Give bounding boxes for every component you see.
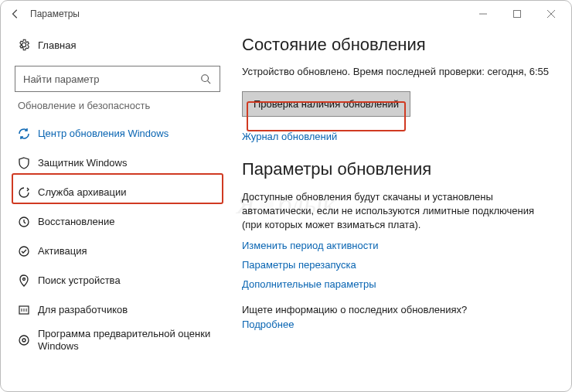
advanced-options-link[interactable]: Дополнительные параметры [242, 278, 553, 290]
active-hours-link[interactable]: Изменить период активности [242, 240, 553, 251]
restart-options-link[interactable]: Параметры перезапуска [242, 259, 553, 271]
insider-icon [18, 334, 30, 346]
maximize-button[interactable] [500, 2, 534, 26]
window-title: Параметры [30, 9, 466, 19]
sidebar-item-label: Защитник Windows [38, 157, 127, 169]
shield-icon [18, 157, 30, 169]
developer-icon [18, 304, 30, 316]
svg-point-4 [202, 75, 209, 82]
sidebar-item-find-device[interactable]: Поиск устройства [13, 266, 222, 295]
activation-icon [18, 245, 30, 257]
check-updates-button[interactable]: Проверка наличия обновлений [242, 91, 410, 117]
close-icon [547, 10, 555, 18]
home-nav[interactable]: Главная [13, 32, 222, 58]
sidebar-group-title: Обновление и безопасность [18, 100, 222, 111]
home-label: Главная [38, 39, 76, 51]
sync-icon [18, 128, 30, 140]
sidebar-item-label: Для разработчиков [38, 304, 128, 316]
gear-icon [18, 39, 30, 51]
update-history-link[interactable]: Журнал обновлений [242, 131, 553, 142]
back-button[interactable] [4, 2, 27, 26]
sidebar-item-backup[interactable]: Служба архивации [13, 178, 222, 207]
sidebar-list: Центр обновления Windows Защитник Window… [13, 119, 222, 356]
sidebar-item-windows-update[interactable]: Центр обновления Windows [13, 119, 222, 148]
window-controls [466, 2, 568, 26]
svg-point-14 [22, 339, 26, 342]
minimize-button[interactable] [466, 2, 500, 26]
svg-line-5 [208, 81, 211, 84]
sidebar-item-insider[interactable]: Программа предварительной оценки Windows [13, 325, 222, 356]
sidebar-item-label: Активация [38, 245, 87, 257]
svg-point-7 [19, 247, 29, 256]
sidebar-item-activation[interactable]: Активация [13, 237, 222, 266]
sidebar-item-label: Служба архивации [38, 186, 127, 199]
main-content: Состояние обновления Устройство обновлен… [222, 32, 559, 391]
backup-icon [18, 186, 30, 199]
sidebar-item-label: Центр обновления Windows [38, 128, 169, 140]
sidebar-item-defender[interactable]: Защитник Windows [13, 148, 222, 178]
search-input[interactable]: Найти параметр [15, 66, 220, 92]
sidebar-item-developers[interactable]: Для разработчиков [13, 295, 222, 325]
close-button[interactable] [534, 2, 568, 26]
svg-rect-1 [514, 11, 521, 18]
update-params-text: Доступные обновления будут скачаны и уст… [242, 190, 553, 232]
sidebar-item-recovery[interactable]: Восстановление [13, 207, 222, 237]
svg-point-13 [19, 336, 29, 345]
sidebar-item-label: Поиск устройства [38, 274, 121, 287]
search-icon [199, 73, 212, 85]
more-info-link[interactable]: Подробнее [242, 319, 553, 330]
sidebar-item-label: Восстановление [38, 216, 114, 228]
svg-point-8 [23, 278, 26, 281]
sidebar: Главная Найти параметр Обновление и безо… [13, 32, 222, 391]
update-status-text: Устройство обновлено. Время последней пр… [242, 66, 553, 77]
update-params-heading: Параметры обновления [242, 159, 553, 179]
arrow-left-icon [10, 9, 21, 19]
maximize-icon [513, 10, 521, 18]
minimize-icon [479, 10, 487, 18]
more-info-text: Ищете информацию о последних обновлениях… [242, 304, 553, 315]
update-status-heading: Состояние обновления [242, 35, 553, 55]
titlebar: Параметры [1, 1, 571, 27]
search-placeholder: Найти параметр [23, 73, 99, 85]
find-device-icon [18, 274, 30, 287]
restore-icon [18, 216, 30, 228]
sidebar-item-label: Программа предварительной оценки Windows [38, 328, 217, 353]
